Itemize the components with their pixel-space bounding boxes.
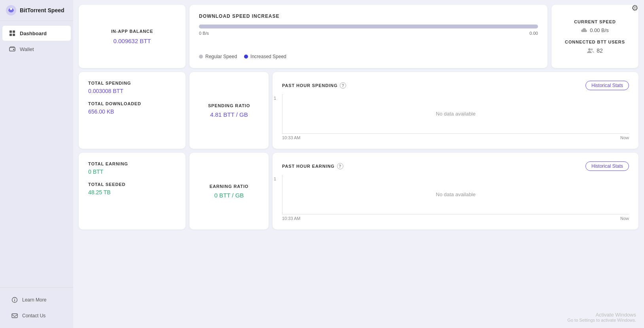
- past-hour-spending-help-icon[interactable]: ?: [340, 82, 346, 89]
- past-hour-earning-title: PAST HOUR EARNING ?: [282, 163, 343, 169]
- speed-max-label: 0.00: [530, 31, 538, 36]
- balance-card: IN-APP BALANCE 0.009632 BTT: [79, 5, 186, 68]
- speed-legend: Regular Speed Increased Speed: [199, 54, 538, 59]
- current-speed-title: CURRENT SPEED: [561, 19, 629, 24]
- total-spending-label: TOTAL SPENDING: [88, 81, 176, 85]
- earning-ratio-card: EARNING RATIO 0 BTT / GB: [189, 153, 269, 229]
- chart-header-earning: PAST HOUR EARNING ? Historical Stats: [282, 161, 629, 171]
- past-hour-earning-help-icon[interactable]: ?: [337, 163, 343, 169]
- earning-ratio-title: EARNING RATIO: [210, 184, 249, 189]
- past-hour-earning-card: PAST HOUR EARNING ? Historical Stats 1 N…: [273, 153, 638, 229]
- total-downloaded-label: TOTAL DOWNLOADED: [88, 101, 176, 106]
- sidebar-item-dashboard-label: Dashboard: [20, 30, 47, 36]
- total-spending-value: 0.003008 BTT: [88, 88, 176, 94]
- earning-chart-area: 1 No data available: [282, 175, 629, 214]
- svg-point-1: [10, 8, 12, 10]
- connected-users-section: CONNECTED BTT USERS 82: [561, 40, 629, 54]
- earning-ratio-value: 0 BTT / GB: [214, 192, 244, 199]
- total-earning-value: 0 BTT: [88, 169, 176, 175]
- spending-card: TOTAL SPENDING 0.003008 BTT TOTAL DOWNLO…: [79, 72, 186, 149]
- learn-more-icon: [11, 296, 18, 303]
- svg-rect-4: [9, 34, 12, 36]
- earning-chart-x-labels: 10:33 AM Now: [282, 216, 629, 221]
- svg-point-11: [591, 48, 593, 50]
- connected-users-value: 82: [561, 47, 629, 54]
- bittorrent-logo: [6, 5, 17, 16]
- sidebar-item-learn-more-label: Learn More: [22, 297, 46, 303]
- total-earning-label: TOTAL EARNING: [88, 161, 176, 166]
- cloud-icon: [581, 27, 587, 33]
- settings-button[interactable]: ⚙: [631, 3, 638, 13]
- earning-chart-x-end: Now: [620, 216, 629, 221]
- spending-chart-area: 1 No data available: [282, 94, 629, 134]
- sidebar-header: BitTorrent Speed: [0, 0, 73, 21]
- spending-chart-y-label: 1: [274, 96, 276, 100]
- sidebar-item-wallet-label: Wallet: [20, 46, 34, 52]
- row-2: TOTAL SPENDING 0.003008 BTT TOTAL DOWNLO…: [79, 72, 638, 149]
- speed-bar-container: [199, 25, 538, 28]
- sidebar-item-wallet[interactable]: Wallet: [2, 42, 71, 57]
- historical-stats-button-spending[interactable]: Historical Stats: [585, 81, 629, 90]
- balance-label: IN-APP BALANCE: [111, 29, 153, 34]
- users-icon: [587, 48, 594, 53]
- balance-value: 0.009632 BTT: [113, 38, 151, 44]
- spending-chart-no-data: No data available: [436, 111, 475, 117]
- legend-increased: Increased Speed: [244, 54, 286, 59]
- speed-bar-fill: [199, 25, 538, 28]
- svg-rect-9: [12, 314, 17, 318]
- earning-chart-x-start: 10:33 AM: [282, 216, 300, 221]
- svg-rect-5: [13, 34, 15, 36]
- sidebar-brand-label: BitTorrent Speed: [20, 7, 64, 13]
- increased-dot: [244, 55, 248, 59]
- past-hour-spending-title: PAST HOUR SPENDING ?: [282, 82, 346, 89]
- download-speed-title: DOWNLOAD SPEED INCREASE: [199, 13, 538, 19]
- svg-point-10: [588, 48, 591, 51]
- wallet-icon: [9, 46, 16, 53]
- total-seeded-value: 48.25 TB: [88, 189, 176, 195]
- sidebar-item-learn-more[interactable]: Learn More: [5, 292, 68, 307]
- sidebar-item-dashboard[interactable]: Dashboard: [2, 26, 71, 41]
- connected-users-title: CONNECTED BTT USERS: [561, 40, 629, 44]
- svg-rect-2: [9, 30, 12, 33]
- connected-users-count: 82: [597, 47, 603, 54]
- download-speed-card: DOWNLOAD SPEED INCREASE 0 B/s 0.00 Regul…: [189, 5, 547, 68]
- spending-ratio-title: SPENDING RATIO: [208, 103, 250, 108]
- chart-header-spending: PAST HOUR SPENDING ? Historical Stats: [282, 81, 629, 90]
- sidebar: BitTorrent Speed Dashboard: [0, 0, 73, 328]
- main-content: IN-APP BALANCE 0.009632 BTT DOWNLOAD SPE…: [73, 0, 644, 328]
- current-speed-card: CURRENT SPEED 0.00 B/s CONNECTED BTT USE…: [551, 5, 638, 68]
- sidebar-item-contact-us[interactable]: Contact Us: [5, 308, 68, 323]
- total-downloaded-value: 656.00 KB: [88, 108, 176, 115]
- svg-rect-7: [13, 49, 14, 50]
- legend-regular: Regular Speed: [199, 54, 237, 59]
- spending-chart-x-labels: 10:33 AM Now: [282, 135, 629, 140]
- sidebar-item-contact-us-label: Contact Us: [22, 313, 45, 319]
- sidebar-footer: Learn More Contact Us: [0, 287, 73, 328]
- current-speed-value: 0.00 B/s: [561, 27, 629, 33]
- row-1: IN-APP BALANCE 0.009632 BTT DOWNLOAD SPE…: [79, 5, 638, 68]
- historical-stats-button-earning[interactable]: Historical Stats: [585, 161, 629, 171]
- current-speed-section: CURRENT SPEED 0.00 B/s: [561, 19, 629, 33]
- legend-increased-label: Increased Speed: [250, 54, 286, 59]
- topbar: ⚙: [631, 3, 638, 13]
- svg-rect-3: [13, 30, 15, 33]
- legend-regular-label: Regular Speed: [205, 54, 237, 59]
- dashboard-icon: [9, 30, 16, 37]
- row-3: TOTAL EARNING 0 BTT TOTAL SEEDED 48.25 T…: [79, 153, 638, 229]
- speed-labels: 0 B/s 0.00: [199, 31, 538, 36]
- past-hour-spending-card: PAST HOUR SPENDING ? Historical Stats 1 …: [273, 72, 638, 149]
- spending-ratio-card: SPENDING RATIO 4.81 BTT / GB: [189, 72, 269, 149]
- speed-min-label: 0 B/s: [199, 31, 209, 36]
- contact-us-icon: [11, 312, 18, 319]
- regular-dot: [199, 55, 203, 59]
- earning-chart-no-data: No data available: [436, 191, 475, 197]
- total-seeded-label: TOTAL SEEDED: [88, 182, 176, 187]
- spending-ratio-value: 4.81 BTT / GB: [210, 111, 248, 118]
- spending-chart-x-start: 10:33 AM: [282, 135, 300, 140]
- current-speed-text: 0.00 B/s: [590, 27, 609, 33]
- spending-chart-x-end: Now: [620, 135, 629, 140]
- earning-chart-y-label: 1: [274, 176, 276, 181]
- earning-card: TOTAL EARNING 0 BTT TOTAL SEEDED 48.25 T…: [79, 153, 186, 229]
- sidebar-nav: Dashboard Wallet: [0, 21, 73, 287]
